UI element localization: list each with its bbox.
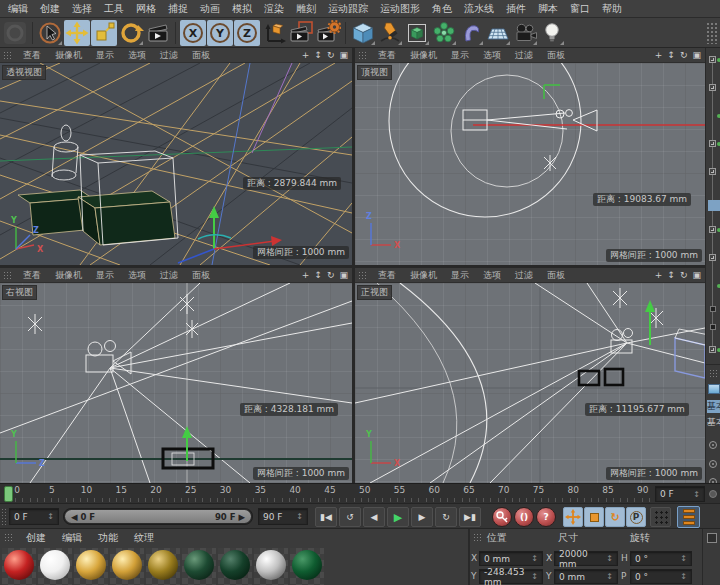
timeline-range-slider[interactable]: ◀ 0 F 90 F ▶ (63, 508, 253, 525)
material-swatch[interactable] (110, 548, 144, 585)
menu-item[interactable]: 流水线 (458, 0, 500, 18)
viewport-menu-item[interactable]: 选项 (121, 49, 153, 62)
maximize-view-icon[interactable]: ▣ (692, 50, 701, 60)
top-canvas[interactable]: X Z 顶视图 距离 : 19083.67 mm 网格间距 : 1000 mm (355, 63, 705, 265)
render-view-button[interactable] (145, 20, 171, 46)
material-swatch[interactable] (254, 548, 288, 585)
material-menu-item[interactable]: 功能 (90, 531, 126, 545)
viewport-menu-item[interactable]: 面板 (185, 49, 217, 62)
viewport-menu-item[interactable]: 显示 (89, 269, 121, 282)
spinner-icon[interactable]: ↕ (531, 554, 538, 563)
size-x-field[interactable]: 20000 mm↕ (554, 551, 618, 566)
viewport-menu-item[interactable]: 选项 (121, 269, 153, 282)
position-y-field[interactable]: -248.453 mm↕ (479, 569, 543, 584)
material-swatch[interactable] (290, 548, 324, 585)
viewport-menu-item[interactable]: 摄像机 (403, 269, 444, 282)
dolly-view-icon[interactable]: ↕ (667, 50, 675, 60)
rotation-p-field[interactable]: 0 °↕ (630, 569, 692, 584)
render-settings-button[interactable] (315, 20, 341, 46)
viewport-menu-item[interactable]: 面板 (540, 269, 572, 282)
size-y-field[interactable]: 0 mm↕ (554, 569, 618, 584)
material-menu-item[interactable]: 纹理 (126, 531, 162, 545)
menu-item[interactable]: 运动图形 (374, 0, 426, 18)
add-spline-button[interactable] (377, 20, 403, 46)
previous-key-button[interactable]: ↺ (339, 507, 361, 527)
menu-item[interactable]: 运动跟踪 (322, 0, 374, 18)
maximize-view-icon[interactable]: ▣ (339, 270, 348, 280)
panel-grip[interactable] (4, 533, 14, 543)
goto-end-button[interactable]: ▶▮ (459, 507, 481, 527)
play-button[interactable]: ▶ (387, 507, 409, 527)
timeline-knob[interactable] (709, 490, 717, 498)
add-environment-button[interactable] (485, 20, 511, 46)
material-menu-item[interactable]: 编辑 (54, 531, 90, 545)
spinner-icon[interactable]: ↕ (606, 554, 613, 563)
timeline-ruler[interactable]: 05 1015 2025 3035 4045 5055 6065 7075 80… (0, 483, 720, 503)
tree-expand-icon[interactable] (709, 84, 716, 91)
viewport-grip[interactable] (358, 51, 368, 60)
maximize-view-icon[interactable]: ▣ (692, 270, 701, 280)
end-frame-field[interactable]: 90 F↕ (258, 508, 308, 525)
material-swatch[interactable] (218, 548, 252, 585)
live-selection-button[interactable] (37, 20, 63, 46)
lock-z-axis-button[interactable]: Z (234, 20, 260, 46)
menu-item[interactable]: 插件 (500, 0, 532, 18)
scale-tool-button[interactable] (91, 20, 117, 46)
rotate-tool-button[interactable] (118, 20, 144, 46)
add-subdivision-surface-button[interactable] (404, 20, 430, 46)
add-camera-button[interactable] (512, 20, 538, 46)
key-position-button[interactable] (563, 507, 583, 527)
rotate-view-icon[interactable]: ↻ (327, 50, 335, 60)
next-key-button[interactable]: ↻ (435, 507, 457, 527)
front-canvas[interactable]: X Y 正视图 距离 : 11195.677 mm 网格间距 : 1000 mm (355, 283, 705, 483)
menu-item[interactable]: 雕刻 (290, 0, 322, 18)
menu-item[interactable]: 创建 (34, 0, 66, 18)
viewport-grip[interactable] (3, 271, 13, 280)
viewport-grip[interactable] (358, 271, 368, 280)
dolly-view-icon[interactable]: ↕ (314, 50, 322, 60)
menu-item[interactable]: 窗口 (564, 0, 596, 18)
viewport-menu-item[interactable]: 选项 (476, 269, 508, 282)
viewport-menu-item[interactable]: 查看 (371, 49, 403, 62)
panel-grip[interactable] (706, 22, 718, 44)
viewport-menu-item[interactable]: 查看 (16, 269, 48, 282)
menu-item[interactable]: 帮助 (596, 0, 628, 18)
coordinate-system-button[interactable] (261, 20, 287, 46)
key-scale-button[interactable] (584, 507, 604, 527)
menu-item[interactable]: 捕捉 (162, 0, 194, 18)
current-frame-field[interactable]: 0 F↕ (9, 508, 59, 525)
menu-item[interactable]: 角色 (426, 0, 458, 18)
rotate-view-icon[interactable]: ↻ (327, 270, 335, 280)
lock-x-axis-button[interactable]: X (180, 20, 206, 46)
viewport-menu-item[interactable]: 过滤 (508, 269, 540, 282)
menu-item[interactable]: 工具 (98, 0, 130, 18)
material-swatch[interactable] (38, 548, 72, 585)
viewport-menu-item[interactable]: 摄像机 (403, 49, 444, 62)
perspective-canvas[interactable]: X Y Z 透视视图 距离 : 2879.844 mm 网格间距 : 1000 … (0, 63, 352, 265)
menu-item[interactable]: 渲染 (258, 0, 290, 18)
dolly-view-icon[interactable]: ↕ (314, 270, 322, 280)
tree-selected-item[interactable] (708, 200, 720, 211)
tree-expand-icon[interactable] (709, 346, 716, 353)
timeline-playhead[interactable] (4, 486, 13, 502)
pan-view-icon[interactable]: + (655, 50, 663, 60)
material-menu-item[interactable]: 创建 (18, 531, 54, 545)
key-parameter-button[interactable]: P (626, 507, 646, 527)
viewport-menu-item[interactable]: 面板 (185, 269, 217, 282)
keyframe-presets-button[interactable] (650, 507, 671, 527)
spinner-icon[interactable]: ↕ (531, 572, 538, 581)
panel-grip[interactable] (709, 369, 719, 379)
previous-frame-button[interactable]: ◀ (363, 507, 385, 527)
goto-start-button[interactable]: ▮◀ (315, 507, 337, 527)
add-cube-button[interactable] (350, 20, 376, 46)
menu-item[interactable]: 模拟 (226, 0, 258, 18)
record-keyframe-button[interactable] (492, 507, 512, 527)
viewport-menu-item[interactable]: 选项 (476, 49, 508, 62)
next-frame-button[interactable]: ▶ (411, 507, 433, 527)
pan-view-icon[interactable]: + (302, 270, 310, 280)
menu-item[interactable]: 选择 (66, 0, 98, 18)
spinner-icon[interactable]: ↕ (693, 490, 700, 499)
viewport-menu-item[interactable]: 显示 (444, 49, 476, 62)
spinner-icon[interactable]: ↕ (680, 572, 687, 581)
dolly-view-icon[interactable]: ↕ (667, 270, 675, 280)
